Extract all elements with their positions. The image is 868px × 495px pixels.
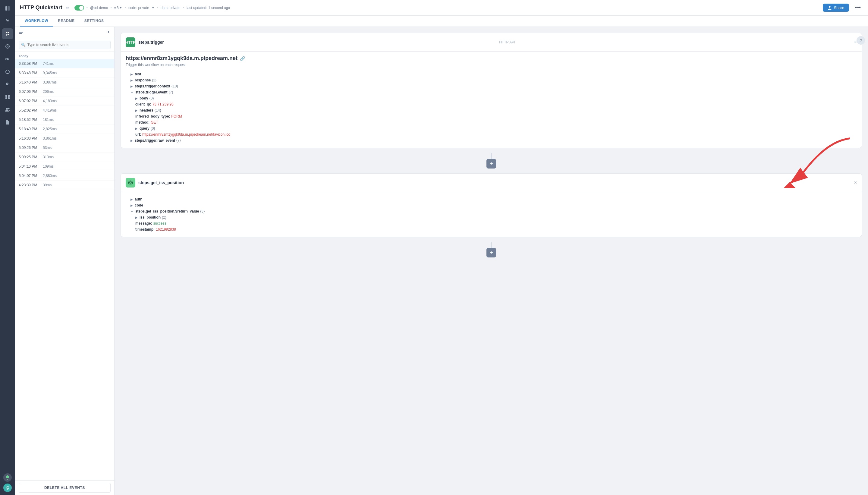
list-item[interactable]: 6:07:06 PM 206ms	[15, 87, 114, 97]
workflow-title: HTTP Quickstart	[20, 4, 63, 11]
sidebar-item-users[interactable]	[2, 104, 13, 115]
list-item[interactable]: 5:09:25 PM 313ms	[15, 153, 114, 162]
share-button[interactable]: Share	[823, 4, 849, 12]
tree-row[interactable]: ▶ steps.trigger.context {10}	[126, 83, 857, 89]
svg-rect-8	[8, 95, 10, 97]
tree-row[interactable]: message: success	[126, 220, 857, 226]
sidebar-item-expand[interactable]	[2, 3, 13, 14]
svg-rect-0	[5, 6, 7, 11]
tree-row[interactable]: ▶ code	[126, 202, 857, 208]
add-step-bottom-container: +	[121, 242, 862, 257]
list-item[interactable]: 5:04:07 PM 2,880ms	[15, 171, 114, 181]
tree-row[interactable]: client_ip: 73.71.239.95	[126, 101, 857, 107]
sidebar-item-notifications[interactable]	[3, 473, 12, 482]
tree-row[interactable]: ▼ steps.get_iss_position.$return_value {…	[126, 208, 857, 214]
step-get-iss-close[interactable]: ×	[854, 180, 857, 185]
step-trigger-header: HTTP steps.trigger HTTP API ×	[121, 33, 862, 52]
sidebar-item-keys[interactable]	[2, 54, 13, 65]
step-api-label: HTTP API	[499, 40, 515, 44]
events-search-section: 🔍	[15, 38, 114, 52]
step-trigger-body: https://enmr8zm1ygqk9da.m.pipedream.net …	[121, 52, 862, 148]
tree-section: ▶ test ▶ response {2} ▶ steps.trigger.co…	[126, 70, 857, 144]
version-chevron: ▼	[119, 6, 122, 9]
events-panel: 🔍 Today 6:33:58 PM 741ms 6:33:48 PM 9,34…	[15, 27, 115, 495]
search-input[interactable]	[19, 41, 110, 49]
events-panel-header	[15, 27, 114, 38]
sidebar-item-logs[interactable]	[2, 28, 13, 39]
data-visibility: data: private	[161, 6, 180, 10]
tree-row[interactable]: ▶ test	[126, 71, 857, 77]
http-step-icon: HTTP	[126, 37, 135, 47]
tab-workflow[interactable]: WORKFLOW	[20, 16, 53, 27]
tab-readme[interactable]: README	[53, 16, 80, 27]
events-list-icon	[19, 30, 23, 35]
step-trigger-name: steps.trigger	[138, 40, 164, 45]
workflow-canvas: HTTP steps.trigger HTTP API × https://en…	[115, 27, 868, 495]
tree-row[interactable]: ▼ steps.trigger.event {7}	[126, 89, 857, 95]
version-badge[interactable]: v.8 ▼	[114, 6, 122, 10]
list-item[interactable]: 5:52:02 PM 4,419ms	[15, 106, 114, 115]
svg-point-12	[8, 108, 10, 109]
edit-icon[interactable]: ✏	[66, 5, 70, 10]
tree-row[interactable]: inferred_body_type: FORM	[126, 113, 857, 119]
more-options-button[interactable]: •••	[853, 3, 863, 12]
content-area: 🔍 Today 6:33:58 PM 741ms 6:33:48 PM 9,34…	[15, 27, 868, 495]
list-item[interactable]: 6:07:02 PM 4,183ms	[15, 97, 114, 106]
delete-all-events-button[interactable]: DELETE ALL EVENTS	[19, 483, 110, 493]
collapse-panel-button[interactable]	[106, 30, 110, 35]
tree-row[interactable]: ▶ body {0}	[126, 95, 857, 101]
tree-row[interactable]: ▶ response {2}	[126, 77, 857, 83]
svg-rect-1	[7, 6, 10, 11]
tabs-row: WORKFLOW README SETTINGS	[15, 16, 868, 27]
sidebar-item-grid[interactable]	[2, 92, 13, 102]
tree-row[interactable]: ▶ iss_position {2}	[126, 214, 857, 220]
add-step-button[interactable]: +	[486, 159, 496, 169]
tree-row[interactable]: timestamp: 1621992838	[126, 226, 857, 233]
sidebar-item-data[interactable]	[2, 66, 13, 77]
list-item[interactable]: 6:33:48 PM 9,345ms	[15, 68, 114, 78]
add-step-container: +	[121, 153, 862, 169]
link-icon[interactable]: 🔗	[240, 56, 245, 61]
code-chevron: ▼	[152, 6, 155, 9]
list-item[interactable]: 5:18:49 PM 2,825ms	[15, 124, 114, 134]
tree-row[interactable]: ▶ headers {14}	[126, 107, 857, 113]
main-container: HTTP Quickstart ✏ • @pd-demo • v.8 ▼ • c…	[15, 0, 868, 495]
help-button[interactable]: ?	[856, 36, 865, 45]
sidebar-item-workflow[interactable]	[2, 16, 13, 27]
step-trigger-subtitle: Trigger this workflow on each request	[126, 63, 857, 67]
sidebar-item-settings[interactable]	[2, 79, 13, 90]
tree-row[interactable]: method: GET	[126, 119, 857, 125]
last-updated: last updated: 1 second ago	[187, 6, 230, 10]
tree-row[interactable]: ▶ steps.trigger.raw_event {7}	[126, 137, 857, 143]
list-item[interactable]: 5:16:33 PM 3,861ms	[15, 134, 114, 143]
user-avatar[interactable]: @	[3, 483, 12, 492]
svg-rect-10	[8, 97, 10, 99]
step-get-iss-header: steps.get_iss_position ×	[121, 174, 862, 192]
step-trigger-card: HTTP steps.trigger HTTP API × https://en…	[121, 33, 862, 148]
search-icon: 🔍	[21, 43, 25, 47]
svg-point-6	[6, 70, 9, 73]
tree-row-url[interactable]: url: https://enmr8zm1ygqk9da.m.pipedream…	[126, 132, 857, 137]
list-item[interactable]: 6:33:58 PM 741ms	[15, 59, 114, 68]
sidebar-item-sources[interactable]	[2, 41, 13, 52]
code-visibility: code: private	[128, 6, 149, 10]
svg-point-5	[6, 58, 7, 60]
workflow-toggle[interactable]	[74, 5, 84, 11]
svg-rect-7	[5, 95, 7, 97]
list-item[interactable]: 5:18:52 PM 181ms	[15, 115, 114, 124]
list-item[interactable]: 4:23:39 PM 39ms	[15, 181, 114, 190]
svg-rect-15	[19, 33, 22, 34]
tree-row[interactable]: ▶ auth	[126, 196, 857, 202]
add-step-bottom-button[interactable]: +	[486, 248, 496, 257]
connector-line	[491, 153, 491, 159]
svg-point-3	[6, 34, 7, 36]
sidebar-item-docs[interactable]	[2, 117, 13, 128]
events-panel-footer: DELETE ALL EVENTS	[15, 480, 114, 495]
step-get-iss-body: ▶ auth ▶ code ▼ steps.get_iss_position.$…	[121, 192, 862, 237]
list-item[interactable]: 5:04:10 PM 109ms	[15, 162, 114, 171]
list-item[interactable]: 6:16:40 PM 3,087ms	[15, 78, 114, 87]
header-meta: • @pd-demo • v.8 ▼ • code: private ▼ • d…	[74, 5, 230, 11]
tree-row[interactable]: ▶ query {0}	[126, 125, 857, 132]
tab-settings[interactable]: SETTINGS	[80, 16, 109, 27]
list-item[interactable]: 5:09:26 PM 53ms	[15, 143, 114, 153]
